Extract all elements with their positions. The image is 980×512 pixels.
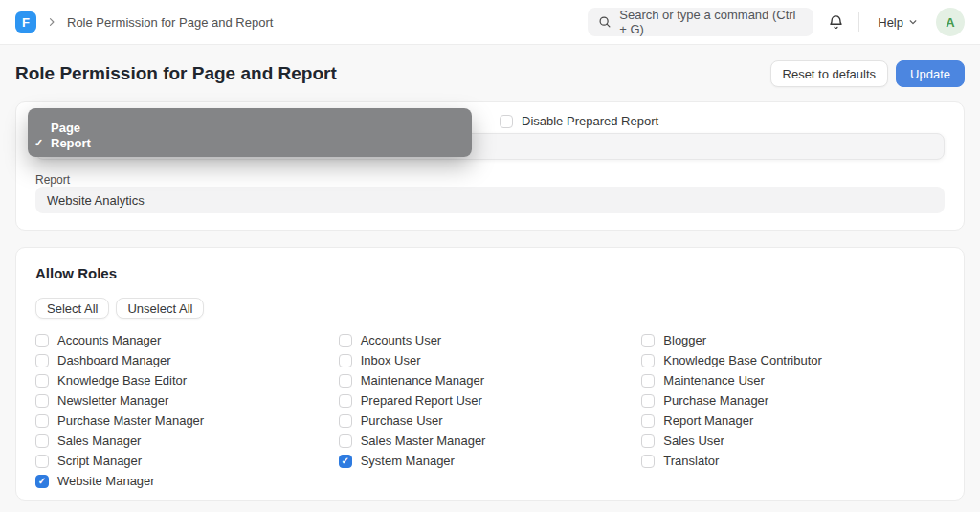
role-checkbox-item[interactable]: ✓Website Manager bbox=[35, 471, 339, 491]
role-checkbox-item[interactable]: Purchase User bbox=[339, 411, 642, 431]
role-checkbox-item[interactable]: Maintenance Manager bbox=[339, 370, 642, 390]
role-checkbox-item[interactable]: Blogger bbox=[641, 330, 945, 350]
checkbox-icon[interactable] bbox=[35, 334, 49, 347]
report-input[interactable]: Website Analytics bbox=[35, 187, 945, 213]
role-checkbox-item[interactable]: Script Manager bbox=[35, 451, 339, 471]
role-label: Newsletter Manager bbox=[57, 393, 168, 408]
checkbox-icon[interactable] bbox=[641, 455, 655, 468]
role-checkbox-item[interactable]: Purchase Manager bbox=[641, 390, 945, 411]
roles-grid: Accounts ManagerAccounts UserBloggerDash… bbox=[35, 330, 945, 491]
role-label: Website Manager bbox=[57, 474, 155, 488]
role-label: Maintenance User bbox=[663, 373, 765, 388]
role-label: Purchase User bbox=[361, 413, 443, 428]
reset-to-defaults-button[interactable]: Reset to defaults bbox=[770, 60, 889, 87]
checkbox-checked-icon[interactable]: ✓ bbox=[35, 475, 49, 488]
breadcrumb: F Role Permission for Page and Report bbox=[15, 11, 273, 33]
role-label: Dashboard Manager bbox=[57, 353, 171, 367]
role-checkbox-item[interactable]: Knowledge Base Editor bbox=[35, 370, 339, 390]
role-checkbox-item[interactable]: Maintenance User bbox=[641, 370, 945, 390]
checkbox-icon[interactable] bbox=[339, 374, 352, 388]
role-checkbox-item[interactable]: Prepared Report User bbox=[339, 390, 642, 411]
report-input-value: Website Analytics bbox=[47, 193, 145, 208]
checkbox-icon[interactable] bbox=[339, 414, 352, 428]
checkbox-icon[interactable] bbox=[641, 374, 655, 388]
divider bbox=[858, 12, 859, 32]
dropdown-option[interactable]: Page bbox=[28, 120, 472, 135]
report-field-label: Report bbox=[35, 173, 70, 187]
logo-letter: F bbox=[22, 15, 30, 30]
notifications-button[interactable] bbox=[826, 12, 846, 33]
role-label: Knowledge Base Contributor bbox=[663, 353, 822, 367]
avatar-letter: A bbox=[946, 15, 954, 30]
role-label: Sales Master Manager bbox=[361, 434, 486, 448]
unselect-all-button[interactable]: Unselect All bbox=[116, 298, 204, 319]
role-checkbox-item[interactable]: Inbox User bbox=[339, 350, 642, 370]
checkbox-icon[interactable] bbox=[339, 434, 352, 448]
check-icon: ✓ bbox=[34, 137, 51, 149]
role-checkbox-item[interactable]: Sales Master Manager bbox=[339, 431, 642, 451]
role-label: Accounts Manager bbox=[57, 333, 161, 347]
search-placeholder: Search or type a command (Ctrl + G) bbox=[619, 8, 803, 36]
role-checkbox-item[interactable]: Sales Manager bbox=[35, 431, 339, 451]
update-button[interactable]: Update bbox=[896, 60, 965, 87]
checkbox-icon[interactable] bbox=[35, 374, 49, 388]
checkbox-icon[interactable] bbox=[35, 434, 49, 448]
breadcrumb-item[interactable]: Role Permission for Page and Report bbox=[67, 15, 273, 30]
role-checkbox-item[interactable]: Purchase Master Manager bbox=[35, 411, 339, 431]
role-checkbox-item[interactable]: Newsletter Manager bbox=[35, 390, 339, 411]
checkbox-icon[interactable] bbox=[35, 354, 49, 367]
chevron-down-icon bbox=[908, 17, 918, 27]
role-checkbox-item[interactable]: Report Manager bbox=[641, 411, 945, 431]
disable-prepared-report-row[interactable]: Disable Prepared Report bbox=[500, 114, 658, 128]
page-title: Role Permission for Page and Report bbox=[15, 63, 337, 84]
checkbox-icon[interactable] bbox=[35, 394, 49, 408]
checkbox-icon[interactable] bbox=[641, 414, 655, 428]
avatar[interactable]: A bbox=[936, 8, 965, 36]
help-label: Help bbox=[878, 15, 903, 30]
dropdown-option[interactable]: ✓Report bbox=[28, 135, 472, 150]
checkbox-icon[interactable] bbox=[339, 334, 352, 347]
role-checkbox-item[interactable]: Dashboard Manager bbox=[35, 350, 339, 370]
role-label: Accounts User bbox=[361, 333, 442, 347]
dropdown-option-label: Page bbox=[51, 121, 80, 135]
checkbox-icon[interactable] bbox=[35, 455, 49, 468]
role-checkbox-item[interactable]: ✓System Manager bbox=[339, 451, 642, 471]
filters-card: Page✓Report Disable Prepared Report Repo… bbox=[15, 101, 965, 231]
type-dropdown-menu: Page✓Report bbox=[28, 108, 472, 157]
role-checkbox-item[interactable]: Sales User bbox=[641, 431, 945, 451]
disable-prepared-report-label: Disable Prepared Report bbox=[522, 114, 658, 128]
role-checkbox-item[interactable]: Accounts Manager bbox=[35, 330, 339, 350]
checkbox-icon[interactable] bbox=[641, 334, 655, 347]
role-checkbox-item[interactable]: Accounts User bbox=[339, 330, 642, 350]
role-label: Purchase Master Manager bbox=[57, 413, 204, 428]
help-menu-button[interactable]: Help bbox=[872, 14, 924, 31]
checkbox-icon[interactable] bbox=[641, 434, 655, 448]
role-label: Translator bbox=[663, 454, 719, 468]
role-checkbox-item[interactable]: Knowledge Base Contributor bbox=[641, 350, 945, 370]
role-label: Maintenance Manager bbox=[361, 373, 484, 388]
chevron-right-icon bbox=[46, 16, 57, 28]
role-checkbox-item[interactable]: Translator bbox=[641, 451, 945, 471]
checkbox-icon[interactable] bbox=[641, 354, 655, 367]
header-actions: Reset to defaults Update bbox=[770, 60, 965, 87]
bell-icon bbox=[828, 14, 844, 31]
checkbox-icon[interactable] bbox=[339, 394, 352, 408]
role-label: Blogger bbox=[663, 333, 706, 347]
search-input[interactable]: Search or type a command (Ctrl + G) bbox=[588, 8, 813, 36]
checkbox-icon[interactable] bbox=[641, 394, 655, 408]
role-label: Report Manager bbox=[663, 413, 753, 428]
allow-roles-title: Allow Roles bbox=[35, 265, 945, 281]
checkbox-checked-icon[interactable]: ✓ bbox=[339, 455, 352, 468]
role-label: Knowledge Base Editor bbox=[57, 373, 187, 388]
checkbox-icon[interactable] bbox=[339, 354, 352, 367]
search-icon bbox=[598, 15, 612, 29]
app-logo[interactable]: F bbox=[15, 11, 36, 33]
role-label: Sales User bbox=[663, 434, 724, 448]
navbar-actions: Search or type a command (Ctrl + G) Help… bbox=[588, 8, 965, 36]
navbar: F Role Permission for Page and Report Se… bbox=[0, 0, 980, 45]
checkbox-icon[interactable] bbox=[500, 115, 513, 128]
select-all-button[interactable]: Select All bbox=[35, 298, 109, 319]
role-label: Sales Manager bbox=[57, 434, 141, 448]
role-label: Purchase Manager bbox=[663, 393, 768, 408]
checkbox-icon[interactable] bbox=[35, 414, 49, 428]
